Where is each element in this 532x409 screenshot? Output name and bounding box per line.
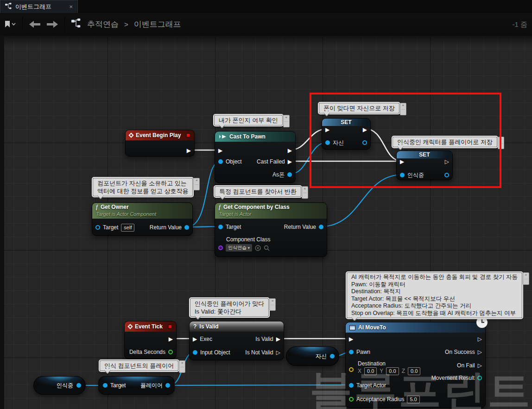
comment-text: Stop on Overlap: 목표에 도착했을 때 AI 캐릭터가 멈추는지… [351, 310, 518, 317]
delta-seconds-pin[interactable]: Delta Seconds [129, 348, 173, 356]
as-pawn-pin[interactable]: As폰 [272, 170, 292, 179]
event-graph-canvas[interactable]: Event Begin Play 내가 폰인지 여부 확인 Cast To Pa… [0, 35, 532, 409]
node-is-valid[interactable]: ? Is Valid Exec Is Valid Input Object Is… [189, 321, 284, 360]
exec-in-pin[interactable] [218, 146, 222, 155]
movement-result-pin[interactable]: Movement Result [431, 374, 482, 382]
z-value[interactable]: 0.0 [408, 367, 420, 375]
node-title: Event Begin Play [136, 132, 181, 138]
node-title: AI MoveTo [358, 324, 386, 331]
player-out-pin[interactable]: 플레이어 [140, 382, 170, 390]
exec-in-pin[interactable] [349, 335, 353, 343]
node-header: AI MoveTo [346, 322, 485, 333]
comment-bubble[interactable]: 인식 컴포넌트의 플레이어 [100, 360, 178, 371]
on-fail-pin[interactable]: On Fail [457, 361, 482, 370]
bookmark-button[interactable] [5, 21, 16, 28]
comment-text: 액터에 대한 정보를 얻고 상호작용 [97, 187, 188, 195]
latent-clock-icon [476, 316, 488, 330]
variable-label: 자신 [316, 352, 327, 360]
destination-pin[interactable] [349, 364, 354, 376]
comment-pin-icon[interactable] [302, 186, 308, 199]
target-in-pin[interactable]: Target [218, 223, 241, 231]
node-cast-to-pawn[interactable]: Cast To Pawn Object Cast Failed As폰 [215, 131, 296, 183]
var-get-recognizing[interactable]: 인식중 [33, 376, 86, 395]
object-pin-icon [330, 354, 335, 359]
node-event-tick[interactable]: Event Tick Delta Seconds [124, 321, 177, 359]
debug-stop-icon [168, 324, 172, 329]
cast-failed-pin[interactable]: Cast Failed [257, 157, 292, 166]
comment-pin-icon[interactable] [269, 298, 276, 311]
exec-pin-icon [478, 349, 482, 355]
comment-bubble[interactable]: 특정 컴포넌트를 찾아서 반환 [215, 186, 301, 197]
comment-bubble[interactable]: 내가 폰인지 여부 확인 [214, 115, 283, 126]
node-get-component-by-class[interactable]: f Get Component by Class Target is Actor… [215, 202, 327, 257]
comment-pin-icon[interactable] [523, 272, 529, 285]
node-get-owner[interactable]: f Get Owner Target is Actor Component Ta… [92, 202, 193, 236]
use-selected-icon[interactable] [255, 245, 261, 251]
class-dropdown[interactable]: 인식연습 [226, 244, 252, 252]
x-value[interactable]: 0.0 [364, 367, 377, 375]
toolbar-divider [64, 17, 65, 31]
target-in-pin[interactable]: Target self [95, 223, 134, 232]
tab-event-graph[interactable]: 이벤트그래프 × [0, 0, 78, 13]
close-icon[interactable]: × [69, 3, 73, 10]
exec-in-pin[interactable]: Exec [193, 335, 212, 343]
target-value-box[interactable]: self [121, 224, 134, 232]
exec-pin-icon [349, 336, 353, 342]
exec-pin-icon [169, 336, 173, 342]
comment-pin-icon[interactable] [283, 115, 290, 127]
return-value-pin[interactable]: Return Value [150, 223, 189, 232]
exec-out-pin[interactable] [187, 146, 191, 155]
exec-pin-icon [193, 336, 197, 342]
tab-bar: 이벤트그래프 × [0, 0, 532, 13]
y-label: Y [380, 368, 383, 374]
function-icon: f [219, 204, 221, 211]
comment-text: Pawn: 이동할 캐릭터 [351, 281, 518, 289]
cast-icon [219, 134, 227, 139]
y-value[interactable]: 0.0 [386, 367, 399, 375]
search-icon[interactable] [264, 245, 270, 251]
is-not-valid-out-pin[interactable]: Is Not Valid [245, 348, 280, 357]
node-header: Cast To Pawn [215, 132, 295, 142]
target-in-pin[interactable]: Target [103, 382, 126, 389]
var-get-self[interactable]: 자신 [286, 346, 339, 366]
comment-pin-icon[interactable] [193, 178, 200, 190]
comment-pin-icon[interactable] [179, 360, 185, 373]
pin-label: Target [103, 224, 118, 231]
breadcrumb-separator: > [124, 20, 128, 28]
var-get-target-player[interactable]: Target 플레이어 [98, 376, 175, 395]
function-icon: f [96, 204, 98, 211]
exec-out-pin[interactable] [288, 146, 292, 155]
object-in-pin[interactable]: Object [218, 157, 242, 166]
comment-bubble[interactable]: 인식중인 플레이어가 맞다 Is Valid: 쫓아간다 [190, 298, 269, 317]
radius-value[interactable]: 5.0 [407, 396, 419, 403]
pin-label: Object [226, 158, 242, 165]
target-actor-pin[interactable]: Target Actor [349, 381, 386, 390]
forward-button[interactable] [47, 21, 58, 28]
float-pin-icon [168, 350, 173, 354]
node-event-begin-play[interactable]: Event Begin Play [125, 130, 195, 157]
input-object-pin[interactable]: Input Object [193, 348, 230, 357]
node-header: f Get Owner Target is Actor Component [92, 203, 192, 219]
component-class-pin[interactable]: 인식연습 [218, 244, 270, 252]
breadcrumb-current[interactable]: 이벤트그래프 [134, 19, 181, 30]
pawn-pin[interactable]: Pawn [349, 348, 370, 356]
breadcrumb-root[interactable]: 추적연습 [87, 19, 119, 30]
exec-out-pin[interactable] [478, 335, 482, 343]
exec-out-pin[interactable] [169, 335, 173, 343]
is-valid-out-pin[interactable]: Is Valid [255, 335, 280, 343]
object-pin-icon [349, 383, 354, 388]
on-success-pin[interactable]: On Success [445, 348, 482, 356]
node-ai-move-to[interactable]: AI MoveTo Pawn On Success Destination X … [345, 322, 486, 408]
acceptance-radius-pin[interactable]: Acceptance Radius 5.0 [349, 395, 420, 403]
pin-label: Return Value [150, 224, 182, 231]
pin-label: As폰 [272, 171, 285, 179]
node-title: Cast To Pawn [229, 133, 266, 140]
comment-bubble[interactable]: 컴포넌트가 자신을 소유하고 있는 액터에 대한 정보를 얻고 상호작용 [93, 178, 193, 196]
pin-label: Destination [358, 360, 386, 367]
back-button[interactable] [29, 21, 40, 28]
comment-bubble[interactable]: AI 캐릭터가 목적지로 이동하는 동안 충돌 회피 및 경로 찾기 자동 Pa… [347, 272, 522, 318]
return-value-pin[interactable]: Return Value [284, 223, 323, 231]
annotation-rectangle [310, 93, 501, 188]
object-pin-icon [218, 159, 223, 164]
float-pin-icon [349, 397, 354, 402]
